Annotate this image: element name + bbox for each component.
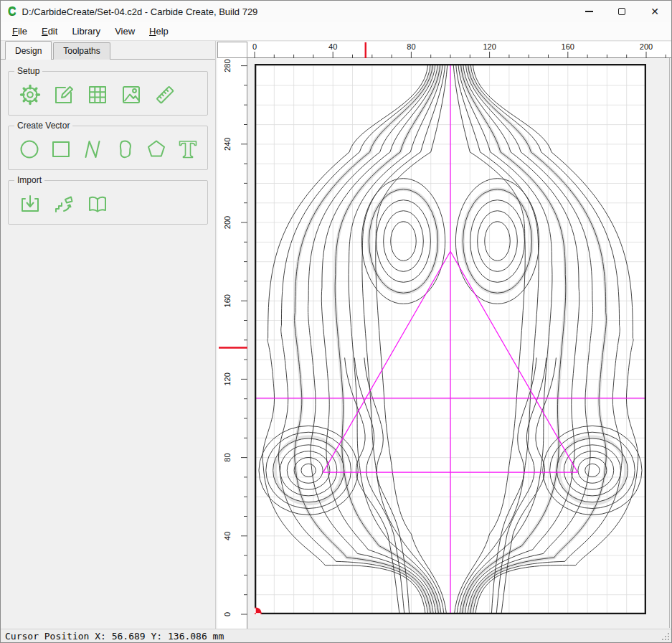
- svg-text:120: 120: [483, 42, 496, 51]
- measure-icon: [153, 83, 177, 107]
- status-bar: Cursor Position X: 56.689 Y: 136.086 mm: [1, 629, 671, 642]
- svg-text:120: 120: [223, 372, 232, 385]
- setup-group: Setup: [8, 71, 208, 116]
- import-group: Import: [8, 180, 208, 225]
- svg-text:200: 200: [223, 216, 232, 229]
- menu-bar: File Edit Library View Help: [1, 22, 671, 41]
- create-circle-button[interactable]: [16, 135, 42, 164]
- create-rectangle-button[interactable]: [47, 135, 74, 164]
- settings-gear-icon: [18, 83, 42, 107]
- setup-group-label: Setup: [14, 66, 42, 76]
- svg-text:40: 40: [223, 532, 232, 540]
- svg-text:80: 80: [223, 453, 232, 461]
- menu-help[interactable]: Help: [142, 23, 176, 39]
- canvas-region: 04080120160200 04080120160200240280: [216, 41, 671, 629]
- text-icon: [176, 137, 200, 161]
- create-text-button[interactable]: [175, 135, 202, 164]
- import-group-label: Import: [14, 175, 44, 185]
- origin-marker: [255, 608, 261, 614]
- menu-file[interactable]: File: [5, 23, 34, 39]
- tab-toolpaths[interactable]: Toolpaths: [53, 42, 110, 60]
- cursor-position-text: Cursor Position X: 56.689 Y: 136.086 mm: [5, 631, 224, 642]
- circle-icon: [17, 137, 42, 161]
- library-icon: [85, 192, 110, 216]
- svg-text:240: 240: [223, 138, 232, 151]
- app-window: C D:/CarbideCreate/Set-04.c2d - Carbide …: [0, 0, 672, 643]
- edit-stock-button[interactable]: [49, 80, 78, 109]
- close-icon: ✕: [650, 6, 659, 17]
- design-panel: Design Toolpaths Setup: [1, 41, 216, 629]
- stock-drawing[interactable]: [255, 64, 646, 614]
- menu-view[interactable]: View: [108, 23, 142, 39]
- svg-text:40: 40: [328, 42, 337, 51]
- measure-button[interactable]: [151, 80, 179, 109]
- curve-icon: [80, 137, 105, 161]
- import-file-button[interactable]: [16, 189, 44, 218]
- svg-text:0: 0: [223, 612, 232, 616]
- resize-grip-icon[interactable]: [661, 632, 670, 641]
- tab-design[interactable]: Design: [5, 41, 52, 60]
- create-vector-group: Create Vector: [8, 126, 208, 170]
- job-settings-button[interactable]: [16, 80, 44, 109]
- window-controls: ✕: [572, 1, 671, 22]
- vertical-ruler: 04080120160200240280: [217, 58, 247, 630]
- rectangle-icon: [49, 137, 73, 161]
- svg-text:200: 200: [640, 42, 653, 51]
- ruler-corner-box: [217, 42, 247, 58]
- svg-text:160: 160: [223, 294, 232, 307]
- svg-text:80: 80: [407, 42, 415, 51]
- grid-settings-button[interactable]: [83, 80, 112, 109]
- create-freeform-button[interactable]: [111, 135, 138, 164]
- menu-edit[interactable]: Edit: [34, 23, 65, 39]
- freeform-icon: [113, 137, 137, 161]
- menu-library[interactable]: Library: [65, 23, 108, 39]
- minimize-icon: [585, 11, 593, 12]
- window-title: D:/CarbideCreate/Set-04.c2d - Carbide Cr…: [22, 6, 258, 17]
- maximize-icon: [618, 8, 625, 15]
- svg-text:160: 160: [562, 42, 574, 51]
- import-file-icon: [18, 192, 42, 216]
- trace-image-icon: [52, 192, 76, 216]
- library-button[interactable]: [83, 189, 112, 218]
- create-curve-button[interactable]: [80, 135, 106, 164]
- polygon-icon: [144, 137, 169, 161]
- svg-text:0: 0: [252, 42, 257, 51]
- create-vector-group-label: Create Vector: [14, 121, 72, 131]
- horizontal-ruler: 04080120160200: [247, 42, 671, 58]
- create-polygon-button[interactable]: [143, 135, 169, 164]
- job-setup-icon: [52, 83, 76, 107]
- minimize-button[interactable]: [572, 1, 605, 22]
- trace-image-button[interactable]: [49, 189, 78, 218]
- title-bar: C D:/CarbideCreate/Set-04.c2d - Carbide …: [1, 1, 671, 22]
- maximize-button[interactable]: [605, 1, 638, 22]
- panel-tabs: Design Toolpaths: [1, 41, 215, 60]
- app-logo-icon: C: [1, 1, 22, 22]
- background-image-button[interactable]: [117, 80, 146, 109]
- svg-text:280: 280: [223, 59, 232, 72]
- design-viewport[interactable]: [247, 58, 670, 628]
- close-button[interactable]: ✕: [638, 1, 671, 22]
- grid-icon: [85, 83, 110, 107]
- image-icon: [119, 83, 143, 107]
